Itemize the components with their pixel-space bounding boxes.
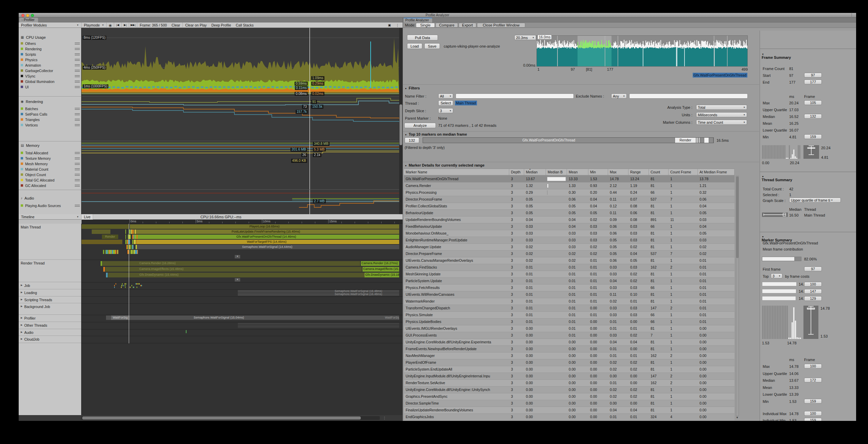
mini-span[interactable] <box>132 235 133 239</box>
span-waitforsig[interactable]: WaitForSig <box>111 315 129 320</box>
mini-span[interactable] <box>125 229 126 234</box>
mini-span[interactable] <box>109 250 110 254</box>
marker-table-body[interactable]: Gfx.WaitForPresentOnGfxThread313.6713.33… <box>404 176 734 421</box>
mini-span[interactable] <box>138 283 139 285</box>
module-item[interactable]: Scripts <box>21 52 80 57</box>
timeline-span[interactable] <box>92 229 110 234</box>
timeline-menu-icon[interactable]: ⋮ <box>383 416 386 420</box>
marker-columns-dropdown[interactable]: Time and Count▼ <box>696 120 747 125</box>
depth-slice-dropdown[interactable]: 3▼ <box>438 108 453 113</box>
top10-segment[interactable] <box>709 138 713 143</box>
mini-span[interactable] <box>113 250 115 254</box>
table-row[interactable]: FixedBehaviourUpdate30.030.040.030.060.0… <box>404 223 734 230</box>
module-item[interactable]: UI <box>21 84 80 89</box>
scroll-down-arrow-icon[interactable]: ▼ <box>736 416 739 419</box>
drag-handle[interactable] <box>75 75 80 77</box>
frame-jump-button[interactable]: 100 <box>804 411 822 416</box>
exclude-names-input[interactable] <box>629 93 748 99</box>
deep-profile-toggle[interactable]: Deep Profile <box>209 22 233 28</box>
frame-jump-button[interactable]: 100 <box>804 282 822 287</box>
clear-button[interactable]: Clear <box>169 22 183 28</box>
marker-table-header[interactable]: Marker NameDepthMedian▼Median BMeanMinMa… <box>404 169 734 175</box>
span-postlateupdate[interactable]: PostLateUpdate.FinishFrameRendering (15.… <box>132 229 399 234</box>
drag-handle[interactable] <box>75 185 80 187</box>
mini-span[interactable] <box>125 283 125 285</box>
drag-handle[interactable] <box>75 168 80 170</box>
drag-handle[interactable] <box>75 163 80 165</box>
thread-value-chip[interactable]: Main Thread <box>455 101 477 105</box>
top10-header[interactable]: ▼Top 10 markers on median frame <box>405 132 467 136</box>
mini-span[interactable] <box>131 245 132 249</box>
name-filter-input[interactable] <box>456 93 574 99</box>
table-row[interactable]: EndGraphicsJobs30.000.000.000.010.013244… <box>404 414 734 421</box>
mini-span[interactable] <box>116 283 116 285</box>
thread-row-main-thread[interactable]: Main Thread <box>19 224 81 260</box>
module-item[interactable]: Animation <box>21 63 80 68</box>
drag-handle[interactable] <box>75 174 80 176</box>
cpu-usage-chart[interactable]: 8ms (120FPS)4ms (250FPS)1ms (1000FPS)1.0… <box>82 28 399 96</box>
foldout-arrow-icon[interactable]: ▶ <box>21 317 22 319</box>
close-profiler-window-button[interactable]: Close Profiler Window <box>477 23 525 28</box>
timeline-hscrollbar[interactable] <box>82 416 380 420</box>
marker-table-scrollbar[interactable] <box>736 176 739 416</box>
prev-frame-button[interactable]: |◀ <box>114 22 122 28</box>
column-header-range[interactable]: Range <box>628 169 649 175</box>
drag-handle[interactable] <box>75 124 80 126</box>
module-item[interactable]: Rendering <box>21 46 80 51</box>
other-thread-strip[interactable] <box>238 324 399 325</box>
table-row[interactable]: UnityEngine.InputModule.dll!UnityEngineI… <box>404 373 734 380</box>
table-row[interactable]: UIEvents.WillRenderCanvases30.010.010.01… <box>404 291 734 298</box>
timeline-canvas[interactable]: PlayerLoop (16.65ms)PostLateUpdate.Finis… <box>82 224 403 415</box>
audio-chart[interactable]: 2.7 MB <box>82 190 399 214</box>
module-item[interactable]: Total Allocated <box>21 150 80 155</box>
drag-handle[interactable] <box>75 53 80 55</box>
mode-compare-button[interactable]: Compare <box>436 23 458 28</box>
top10-segment[interactable] <box>701 138 704 143</box>
foldout-arrow-icon[interactable]: ▶ <box>21 338 22 340</box>
frame-jump-button[interactable]: 129 <box>804 296 822 301</box>
mini-span[interactable] <box>141 285 142 286</box>
selected-marker-chip[interactable]: Gfx.WaitForPresentOnGfxThread <box>693 73 747 78</box>
thread-row-render-thread[interactable]: Render Thread <box>19 260 81 282</box>
frame-jump-button[interactable]: 177 <box>804 80 822 84</box>
charts-scrollbar[interactable] <box>399 28 403 214</box>
mode-single-button[interactable]: Single <box>416 23 435 28</box>
frame-jump-button[interactable]: 147 <box>804 289 822 294</box>
table-row[interactable]: Physics.Processing30.290.300.200.440.246… <box>404 189 734 196</box>
module-item[interactable]: Mesh Memory <box>21 161 80 166</box>
thread-row-loading[interactable]: ▶Loading <box>19 289 81 296</box>
frame-jump-button[interactable]: 172 <box>804 378 822 382</box>
column-header-at-median-frame[interactable]: At Median Frame <box>698 169 734 175</box>
thread-row-audio[interactable]: ▶Audio <box>19 329 81 336</box>
span-loading-semaphore[interactable]: Semaphore.WaitForSignal (16.48ms) <box>238 290 399 293</box>
module-item[interactable]: Others <box>21 41 80 46</box>
drag-handle[interactable] <box>75 59 80 61</box>
mini-span[interactable] <box>125 235 126 239</box>
table-row[interactable]: Director.SampleTime30.000.000.000.000.00… <box>404 400 734 407</box>
module-item[interactable]: GC Allocated <box>21 183 80 188</box>
timeline-span[interactable] <box>82 240 122 244</box>
table-row[interactable]: BehaviourUpdate30.050.050.050.110.068110… <box>404 210 734 217</box>
column-header-marker-name[interactable]: Marker Name <box>404 169 509 175</box>
column-header-max[interactable]: Max <box>608 169 628 175</box>
mini-span[interactable] <box>136 283 136 285</box>
mini-span[interactable] <box>106 250 107 254</box>
drag-handle[interactable] <box>75 152 80 154</box>
mini-span[interactable] <box>106 273 108 277</box>
mini-span[interactable] <box>114 285 115 286</box>
frame-jump-button[interactable]: 159 <box>804 134 822 139</box>
mini-span[interactable] <box>126 283 126 285</box>
table-row[interactable]: Camera.FindStacks30.010.010.010.030.0316… <box>404 264 734 271</box>
thread-row-job[interactable]: ▶Job <box>19 282 81 289</box>
module-header-audio[interactable]: ♪Audio <box>21 195 80 201</box>
span-render-prev[interactable]: Camera.ImageEffects (15.48ms) <box>105 267 362 272</box>
mini-span[interactable] <box>130 245 131 249</box>
module-item[interactable]: Playing Audio Sources <box>21 203 80 208</box>
analyze-button[interactable]: Analyze <box>404 123 436 128</box>
titlebar[interactable]: Profile Analyzer ⋮ <box>19 13 856 18</box>
table-row[interactable]: ParticleSystem.EndUpdateAll30.000.000.00… <box>404 366 734 373</box>
module-item[interactable]: Object Count <box>21 172 80 177</box>
table-row[interactable]: UnityEngine.CoreModule.dll!UnityEngine::… <box>404 387 734 393</box>
table-row[interactable]: FrameEvents.NewInputBeforeRenderUpdate30… <box>404 346 734 353</box>
thread-row-background-job[interactable]: ▶Background Job <box>19 303 81 315</box>
